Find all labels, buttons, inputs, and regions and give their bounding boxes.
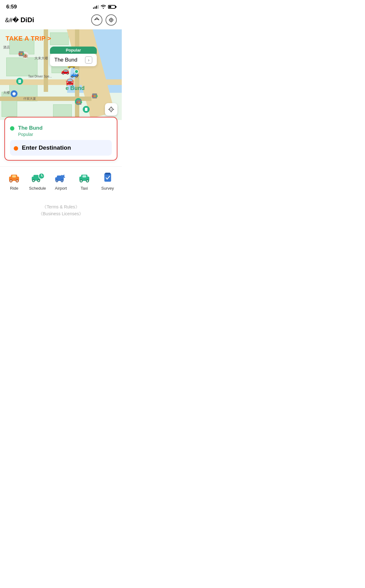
header-right [91,14,117,26]
svg-point-33 [38,180,40,182]
svg-point-51 [86,180,88,182]
taxi-label: Taxi [81,186,88,191]
app-title: DiDi [20,16,34,24]
schedule-icon [30,172,45,184]
nav-item-schedule[interactable]: Schedule [26,172,49,191]
taxi-icon [77,172,91,184]
svg-rect-14 [85,108,87,111]
take-trip-button[interactable]: TAKE A TRIP > [6,35,51,42]
origin-row: The Bund Popular [10,122,112,140]
svg-point-2 [111,20,112,21]
svg-rect-27 [12,175,16,177]
destination-dot [14,146,18,151]
footer: 《Terms & Rules》 《Business Licenses》 [0,197,122,227]
ride-label: Ride [10,186,18,191]
nav-item-taxi[interactable]: Taxi [72,172,96,191]
traffic-light-3 [76,100,81,105]
airport-label: Airport [55,186,67,191]
signal-icon [93,5,99,9]
survey-label: Survey [101,186,114,191]
header-left[interactable]: &#� DiDi [5,16,34,24]
popular-destination: The Bund [54,57,82,63]
ride-icon [7,172,21,184]
svg-rect-9 [20,80,21,81]
back-button[interactable]: &#� [5,16,19,24]
svg-point-16 [111,109,112,110]
map-label-5: 酒店 [3,45,10,50]
battery-icon [108,5,116,9]
svg-rect-10 [19,81,20,82]
airport-icon [54,172,68,184]
svg-point-32 [33,180,34,182]
target-location-button[interactable] [106,14,117,26]
bottom-navigation: Ride Schedule [0,166,122,197]
map-view[interactable]: e Bund 大来大楼 Taxi Driver Spe... 仟宸大厦 大楼 酒… [0,29,122,120]
map-car-dot-2 [74,69,79,74]
terms-link[interactable]: 《Terms & Rules》 [0,204,122,210]
nav-item-ride[interactable]: Ride [2,172,26,191]
nav-item-survey[interactable]: Survey [96,172,119,191]
popular-card[interactable]: The Bund › [50,54,97,66]
map-block [50,32,69,45]
map-office-icon-3 [83,106,90,113]
destination-row[interactable]: Enter Destination [10,140,112,156]
origin-title: The Bund [18,125,112,131]
map-label-3: 仟宸大厦 [23,97,36,101]
header: &#� DiDi [0,12,122,29]
svg-rect-8 [19,80,20,81]
map-label-1: 大来大楼 [34,56,48,61]
status-icons [93,4,116,10]
map-bund-label: e Bund [66,85,85,92]
svg-point-26 [17,180,18,182]
map-recenter-button[interactable] [105,103,117,116]
trip-input-card: The Bund Popular Enter Destination [4,117,117,161]
licenses-link[interactable]: 《Business Licenses》 [0,211,122,217]
destination-label[interactable]: Enter Destination [22,144,71,151]
svg-rect-11 [20,81,21,82]
map-block [6,57,37,76]
map-shield-icon: + [11,90,17,97]
origin-text-group: The Bund Popular [18,125,112,137]
svg-rect-7 [18,80,21,83]
location-direction-button[interactable] [91,14,102,26]
map-label-4: 大楼 [3,90,10,95]
status-bar: 6:59 [0,0,122,12]
svg-point-41 [56,180,57,182]
svg-point-50 [80,180,82,182]
map-background: e Bund 大来大楼 Taxi Driver Spe... 仟宸大厦 大楼 酒… [0,29,122,120]
nav-item-airport[interactable]: Airport [49,172,73,191]
svg-rect-54 [105,173,110,174]
popular-card-arrow[interactable]: › [85,56,92,64]
traffic-light-1 [19,51,24,56]
svg-rect-29 [33,175,39,178]
popular-label: Popular [50,47,97,54]
origin-dot [10,126,14,131]
map-office-icon-1 [16,78,23,85]
origin-subtitle: Popular [18,132,112,137]
traffic-light-2 [92,93,97,98]
svg-rect-52 [82,175,86,177]
survey-icon [101,172,115,184]
svg-marker-0 [95,18,99,20]
svg-rect-53 [104,173,111,182]
map-label-2: Taxi Driver Spe... [28,75,52,78]
popular-popup[interactable]: Popular The Bund › [50,47,97,66]
schedule-label: Schedule [29,186,46,191]
svg-point-25 [10,180,12,182]
map-taxi-2: 🚗 [61,67,69,75]
svg-text:+: + [13,93,15,95]
status-time: 6:59 [6,4,17,10]
svg-point-42 [62,180,63,182]
svg-rect-38 [57,176,62,178]
wifi-icon [101,4,106,10]
map-taxi-4: 🚘 [66,78,74,86]
